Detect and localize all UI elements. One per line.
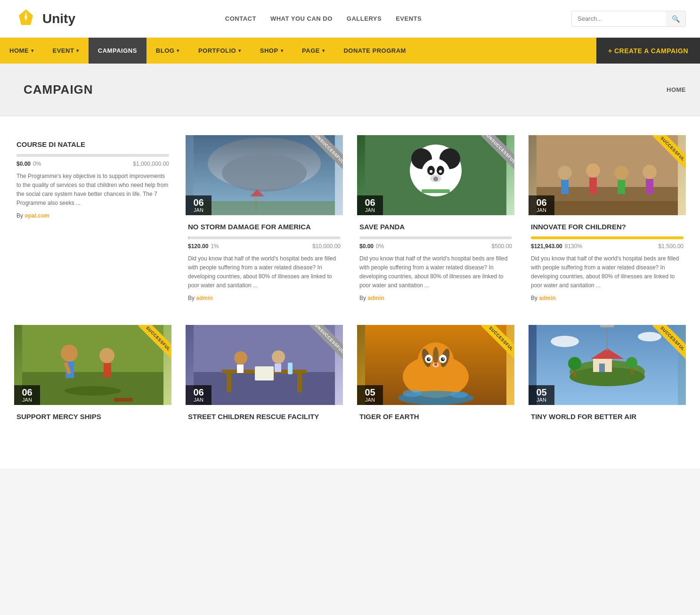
svg-point-75 [568, 357, 581, 370]
author-link[interactable]: admin [196, 295, 212, 301]
raised-amount: $0.00 [16, 161, 31, 167]
author-link[interactable]: admin [539, 295, 555, 301]
breadcrumb-bar: CAMPAIGN HOME [0, 64, 700, 116]
search-button[interactable]: 🔍 [666, 11, 685, 26]
progress-fill [188, 236, 189, 239]
campaigns-row-2: SUCCESSFUL 06 Jan SUPPORT MERCY SHIPS [14, 325, 686, 431]
card-description: The Programme's key objective is to supp… [16, 172, 169, 208]
card-stats: $120.00 1% $10,000.00 [188, 243, 341, 250]
card-description: Did you know that half of the world's ho… [188, 254, 341, 291]
main-nav: HOME ▾ EVENT ▾ CAMPAIGNS BLOG ▾ PORTFOLI… [0, 38, 700, 64]
top-nav-gallerys[interactable]: GALLERYS [347, 15, 382, 22]
raised-amount: $121,943.00 [531, 243, 562, 250]
date-day: 05 [534, 388, 549, 397]
card-image[interactable]: UNSUCCESSFUL 06 Jan [186, 135, 343, 215]
nav-portfolio[interactable]: PORTFOLIO ▾ [189, 38, 251, 64]
svg-point-47 [272, 350, 285, 364]
card-body: COURSE DI NATALE $0.00 0% $1,000,000.00 … [14, 135, 171, 224]
svg-rect-46 [237, 364, 244, 373]
status-badge: SUCCESSFUL [138, 325, 171, 359]
svg-rect-27 [618, 180, 625, 194]
card-image[interactable]: SUCCESSFUL 05 Jan [357, 325, 514, 405]
nav-event[interactable]: EVENT ▾ [43, 38, 89, 64]
chevron-down-icon: ▾ [238, 48, 241, 53]
top-bar: Unity CONTACT WHAT YOU CAN DO GALLERYS E… [0, 0, 700, 38]
nav-home[interactable]: HOME ▾ [0, 38, 43, 64]
author-link[interactable]: admin [367, 295, 384, 301]
svg-point-36 [99, 348, 114, 363]
logo-text: Unity [42, 11, 75, 26]
nav-blog[interactable]: BLOG ▾ [147, 38, 189, 64]
svg-rect-7 [194, 201, 335, 215]
date-day: 06 [191, 198, 206, 207]
campaign-card-tiger: SUCCESSFUL 05 Jan TIGER OF EARTH [357, 325, 514, 431]
search-area: 🔍 [571, 11, 686, 27]
card-image[interactable]: UNSUCCESSFUL 06 Jan [357, 135, 514, 215]
chevron-down-icon: ▾ [76, 48, 79, 53]
card-title: COURSE DI NATALE [16, 140, 169, 149]
svg-point-33 [61, 345, 78, 362]
status-badge: SUCCESSFUL [652, 135, 686, 169]
author-link[interactable]: opal.com [24, 212, 49, 219]
campaign-card-street-children: UNSUCCESSFUL 06 Jan STREET CHILDREN RESC… [186, 325, 343, 431]
percent-raised: 1% [211, 243, 219, 250]
ribbon-wrap: SUCCESSFUL [477, 325, 514, 363]
svg-point-64 [434, 363, 437, 366]
top-nav-what[interactable]: WHAT YOU CAN DO [270, 15, 333, 22]
svg-point-22 [558, 166, 572, 180]
card-date: 06 Jan [186, 195, 212, 215]
top-nav-events[interactable]: EVENTS [396, 15, 422, 22]
top-nav-contact[interactable]: CONTACT [225, 15, 256, 22]
svg-point-61 [429, 358, 430, 360]
card-image[interactable]: UNSUCCESSFUL 06 Jan [186, 325, 343, 405]
card-image[interactable]: SUCCESSFUL 06 Jan [529, 135, 686, 215]
date-day: 06 [20, 388, 34, 397]
card-author: By opal.com [16, 212, 169, 219]
date-day: 06 [534, 198, 549, 207]
status-badge: SUCCESSFUL [652, 325, 686, 359]
card-title: TINY WORLD FOR BETTER AIR [531, 412, 684, 421]
card-stats: $0.00 0% $1,000,000.00 [16, 161, 169, 167]
card-date: 06 Jan [529, 195, 554, 215]
raised-amount: $0.00 [359, 243, 374, 250]
create-campaign-button[interactable]: + CREATE A CAMPAIGN [596, 38, 700, 64]
goal-amount: $1,000,000.00 [133, 161, 169, 167]
date-month: Jan [363, 207, 377, 213]
svg-rect-49 [255, 366, 274, 380]
card-body: NO STORM DAMAGE FOR AMERICA $120.00 1% $… [186, 215, 343, 306]
chevron-down-icon: ▾ [322, 48, 325, 53]
nav-shop[interactable]: SHOP ▾ [251, 38, 293, 64]
status-badge: UNSUCCESSFUL [481, 135, 514, 169]
logo-area: Unity [14, 7, 75, 31]
svg-rect-19 [422, 189, 450, 193]
card-date: 05 Jan [357, 385, 383, 405]
date-day: 06 [363, 198, 377, 207]
card-body: SAVE PANDA $0.00 0% $500.00 Did you know… [357, 215, 514, 306]
progress-bar [188, 236, 341, 239]
campaign-card-mercy-ships: SUCCESSFUL 06 Jan SUPPORT MERCY SHIPS [14, 325, 171, 431]
svg-rect-44 [297, 373, 302, 392]
card-body: STREET CHILDREN RESCUE FACILITY [186, 405, 343, 431]
chevron-down-icon: ▾ [31, 48, 34, 53]
nav-campaigns[interactable]: CAMPAIGNS [89, 38, 147, 64]
progress-bar [531, 236, 684, 239]
campaign-card-innovate: SUCCESSFUL 06 Jan INNOVATE FOR CHILDREN?… [529, 135, 686, 306]
svg-point-24 [586, 163, 600, 178]
card-image[interactable]: SUCCESSFUL 06 Jan [14, 325, 171, 405]
date-month: Jan [534, 207, 549, 213]
percent-raised: 0% [376, 243, 384, 250]
card-stats: $121,943.00 8130% $1,500.00 [531, 243, 684, 250]
svg-rect-29 [646, 179, 653, 194]
card-date: 06 Jan [186, 385, 212, 405]
progress-fill [531, 236, 684, 239]
card-stats: $0.00 0% $500.00 [359, 243, 512, 250]
nav-donate[interactable]: DONATE PROGRAM [334, 38, 415, 64]
breadcrumb-home[interactable]: HOME [667, 86, 686, 93]
card-body: INNOVATE FOR CHILDREN? $121,943.00 8130%… [529, 215, 686, 306]
date-month: Jan [20, 397, 34, 403]
svg-point-78 [551, 336, 579, 347]
nav-page[interactable]: PAGE ▾ [293, 38, 334, 64]
search-input[interactable] [572, 11, 666, 26]
card-description: Did you know that half of the world's ho… [359, 254, 512, 291]
card-image[interactable]: SUCCESSFUL 05 Jan [529, 325, 686, 405]
